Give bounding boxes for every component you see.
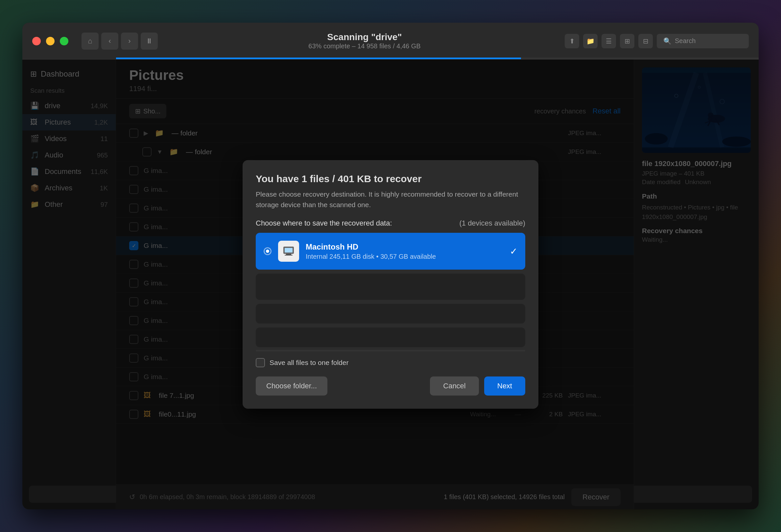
device-check-icon: ✓ xyxy=(510,246,518,257)
modal-overlay: You have 1 files / 401 KB to recover Ple… xyxy=(23,59,758,509)
titlebar: ⌂ ‹ › ⏸ Scanning "drive" 63% complete – … xyxy=(23,23,758,59)
split-icon[interactable]: ⊟ xyxy=(638,34,653,48)
device-radio-inner xyxy=(266,250,269,253)
empty-device-slot-1 xyxy=(256,274,525,300)
back-button[interactable]: ‹ xyxy=(101,33,118,50)
device-radio[interactable] xyxy=(263,247,272,255)
search-text: Search xyxy=(675,37,696,45)
maximize-button[interactable] xyxy=(60,37,68,45)
modal-buttons: Choose folder... Cancel Next xyxy=(256,376,525,396)
modal-title: You have 1 files / 401 KB to recover xyxy=(256,173,525,185)
save-folder-row: Save all files to one folder xyxy=(256,358,525,367)
modal-choose-label: Choose where to save the recovered data:… xyxy=(256,219,525,228)
close-button[interactable] xyxy=(32,37,41,45)
device-name: Macintosh HD xyxy=(306,242,503,251)
save-folder-label: Save all files to one folder xyxy=(270,359,348,367)
modal-description: Please choose recovery destination. It i… xyxy=(256,189,525,210)
device-info: Macintosh HD Internal 245,11 GB disk • 3… xyxy=(306,242,503,260)
search-box[interactable]: 🔍 Search xyxy=(657,34,749,48)
save-folder-checkbox[interactable] xyxy=(256,358,265,367)
main-content: ⊞ Dashboard Scan results 💾 drive 14,9K 🖼… xyxy=(23,59,758,509)
devices-count-text: (1 devices available) xyxy=(459,219,525,228)
next-button[interactable]: Next xyxy=(484,376,525,396)
traffic-lights xyxy=(32,37,68,45)
list-icon[interactable]: ☰ xyxy=(602,34,616,48)
minimize-button[interactable] xyxy=(46,37,54,45)
home-button[interactable]: ⌂ xyxy=(82,33,98,50)
device-subtitle: Internal 245,11 GB disk • 30,57 GB avail… xyxy=(306,253,503,260)
device-icon xyxy=(278,241,299,262)
window-title: Scanning "drive" xyxy=(164,32,565,42)
grid-icon[interactable]: ⊞ xyxy=(620,34,634,48)
choose-folder-button[interactable]: Choose folder... xyxy=(256,376,327,396)
device-item-macintosh[interactable]: Macintosh HD Internal 245,11 GB disk • 3… xyxy=(256,233,525,270)
choose-where-text: Choose where to save the recovered data: xyxy=(256,219,392,228)
pause-button[interactable]: ⏸ xyxy=(141,33,158,50)
app-window: ⌂ ‹ › ⏸ Scanning "drive" 63% complete – … xyxy=(23,23,758,509)
modal-progress-bar xyxy=(256,350,525,352)
title-section: Scanning "drive" 63% complete – 14 958 f… xyxy=(164,32,565,50)
toolbar-right: ⬆ 📁 ☰ ⊞ ⊟ 🔍 Search xyxy=(565,34,749,48)
svg-rect-15 xyxy=(285,248,293,252)
svg-rect-17 xyxy=(285,255,293,255)
svg-rect-16 xyxy=(286,254,291,255)
forward-button[interactable]: › xyxy=(121,33,138,50)
empty-device-slot-2 xyxy=(256,304,525,324)
folder-path-area xyxy=(256,327,525,347)
share-icon[interactable]: ⬆ xyxy=(565,34,579,48)
nav-buttons: ⌂ ‹ › ⏸ xyxy=(82,33,158,50)
search-icon: 🔍 xyxy=(663,37,671,45)
recovery-modal: You have 1 files / 401 KB to recover Ple… xyxy=(243,160,538,409)
cancel-button[interactable]: Cancel xyxy=(430,376,479,396)
window-subtitle: 63% complete – 14 958 files / 4,46 GB xyxy=(164,42,565,50)
folder-icon[interactable]: 📁 xyxy=(583,34,598,48)
